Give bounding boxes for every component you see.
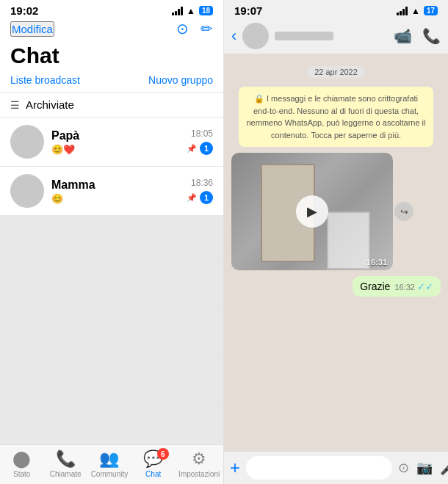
chat-preview-papa: 😊❤️ <box>51 144 179 155</box>
archived-label: Archiviate <box>26 98 74 111</box>
outgoing-time-text: 16:32 <box>394 283 415 292</box>
chat-item-mamma[interactable]: Mamma 😊 18:36 📌 1 <box>0 167 223 216</box>
wifi-icon: ▲ <box>187 6 195 16</box>
header-icons: ⊙ ✏ <box>176 20 213 37</box>
security-message[interactable]: 🔒 I messaggi e le chiamate sono crittogr… <box>239 87 433 147</box>
message-input[interactable] <box>246 456 392 480</box>
date-divider: 22 apr 2022 <box>231 65 441 78</box>
tab-chat-badge: 6 <box>157 448 169 460</box>
right-status-icons: ▲ 17 <box>397 6 438 16</box>
sticker-icon[interactable]: ⊙ <box>398 460 409 476</box>
battery-badge: 18 <box>199 6 213 15</box>
archived-row[interactable]: ☰ Archiviate <box>0 92 223 118</box>
right-header-icons: 📹 📞 <box>394 27 441 45</box>
double-check-icon: ✓✓ <box>417 281 433 292</box>
tab-chiamate-label: Chiamate <box>50 470 82 478</box>
right-battery-badge: 17 <box>424 6 438 15</box>
contact-name-placeholder <box>275 32 333 40</box>
right-wifi-icon: ▲ <box>411 6 420 16</box>
back-button[interactable]: ‹ <box>231 26 236 46</box>
modifica-button[interactable]: Modifica <box>10 21 54 37</box>
outgoing-text: Grazie <box>360 281 390 292</box>
chat-time-mamma: 18:36 <box>191 178 213 188</box>
add-button[interactable]: + <box>230 458 240 478</box>
tab-chat-label: Chat <box>145 470 161 478</box>
broadcast-row: Liste broadcast Nuovo gruppo <box>0 73 223 92</box>
outgoing-message: Grazie 16:32 ✓✓ <box>353 276 441 297</box>
chat-info-papa: Papà 😊❤️ <box>51 129 179 155</box>
archive-icon: ☰ <box>10 99 20 111</box>
mic-icon[interactable]: 🎤 <box>440 460 448 476</box>
placeholder-chat-2 <box>0 263 223 310</box>
avatar-mamma <box>10 174 44 208</box>
placeholder-chat-1 <box>0 216 223 263</box>
input-bar: + ⊙ 📷 🎤 <box>224 451 448 484</box>
video-duration: 16:31 <box>366 258 387 267</box>
contact-name-block <box>275 32 388 40</box>
chat-badges-papa: 📌 1 <box>187 142 213 155</box>
forward-button[interactable]: ↪ <box>394 202 413 221</box>
video-message-container: ▶ 16:31 ↪ <box>231 153 393 270</box>
right-panel: 19:07 ▲ 17 ‹ 📹 📞 22 apr 2022 <box>224 0 448 484</box>
right-signal-bars-icon <box>397 7 408 15</box>
left-header-actions: Modifica ⊙ ✏ <box>0 18 223 40</box>
tab-stato-label: Stato <box>13 470 30 478</box>
tab-community-label: Community <box>91 470 129 478</box>
tab-chat[interactable]: 💬 Chat 6 <box>135 449 172 478</box>
video-bubble-incoming: ▶ 16:31 <box>231 153 393 270</box>
camera-input-icon[interactable]: 📷 <box>416 460 433 476</box>
tab-community-icon: 👥 <box>99 449 119 469</box>
tab-stato-icon: ⬤ <box>12 449 31 469</box>
chat-time-papa: 18:05 <box>191 129 213 139</box>
chat-badges-mamma: 📌 1 <box>187 191 213 204</box>
chat-name-papa: Papà <box>51 129 179 142</box>
outgoing-time: 16:32 ✓✓ <box>394 281 433 292</box>
broadcast-label[interactable]: Liste broadcast <box>10 74 80 86</box>
chat-list: Papà 😊❤️ 18:05 📌 1 Mamma 😊 18:36 📌 <box>0 118 223 444</box>
right-header: ‹ 📹 📞 <box>224 18 448 54</box>
date-pill: 22 apr 2022 <box>307 66 365 78</box>
contact-avatar <box>242 23 269 49</box>
unread-badge-mamma: 1 <box>200 191 213 204</box>
chat-meta-mamma: 18:36 📌 1 <box>187 178 213 204</box>
tab-chiamate[interactable]: 📞 Chiamate <box>47 449 84 478</box>
video-thumbnail: ▶ 16:31 <box>231 153 393 270</box>
placeholder-chat-5 <box>0 404 223 444</box>
tab-chiamate-icon: 📞 <box>56 449 76 469</box>
pin-icon: 📌 <box>187 144 197 153</box>
left-status-icons: ▲ 18 <box>172 6 213 16</box>
chat-item-papa[interactable]: Papà 😊❤️ 18:05 📌 1 <box>0 118 223 167</box>
placeholder-chat-3 <box>0 310 223 357</box>
chat-preview-mamma: 😊 <box>51 193 179 204</box>
pin-icon-mamma: 📌 <box>187 193 197 203</box>
placeholder-chat-4 <box>0 357 223 404</box>
play-button[interactable]: ▶ <box>296 195 328 228</box>
tab-impostazioni-label: Impostazioni <box>178 470 220 478</box>
chat-name-mamma: Mamma <box>51 178 179 192</box>
chat-title: Chat <box>0 40 223 73</box>
compose-icon[interactable]: ✏ <box>200 20 213 37</box>
video-call-icon[interactable]: 📹 <box>394 27 412 45</box>
chat-body: 22 apr 2022 🔒 I messaggi e le chiamate s… <box>224 54 448 451</box>
unread-badge-papa: 1 <box>200 142 213 155</box>
chat-meta-papa: 18:05 📌 1 <box>187 129 213 155</box>
input-icons: ⊙ 📷 🎤 <box>398 460 448 476</box>
tab-community[interactable]: 👥 Community <box>91 449 129 478</box>
camera-icon[interactable]: ⊙ <box>176 20 189 37</box>
tab-bar: ⬤ Stato 📞 Chiamate 👥 Community 💬 Chat 6 … <box>0 444 223 484</box>
new-group-label[interactable]: Nuovo gruppo <box>148 74 213 86</box>
tab-stato[interactable]: ⬤ Stato <box>4 449 40 478</box>
left-time: 19:02 <box>10 4 38 17</box>
phone-call-icon[interactable]: 📞 <box>422 27 441 45</box>
tab-impostazioni-icon: ⚙ <box>192 449 206 469</box>
tab-impostazioni[interactable]: ⚙ Impostazioni <box>178 449 220 478</box>
video-bubble[interactable]: ▶ 16:31 <box>231 153 393 270</box>
chat-info-mamma: Mamma 😊 <box>51 178 179 204</box>
left-status-bar: 19:02 ▲ 18 <box>0 0 223 18</box>
avatar-papa <box>10 125 44 159</box>
signal-bars-icon <box>172 7 183 15</box>
right-time: 19:07 <box>234 4 262 17</box>
left-panel: 19:02 ▲ 18 Modifica ⊙ ✏ Chat Liste broad… <box>0 0 224 484</box>
right-status-bar: 19:07 ▲ 17 <box>224 0 448 18</box>
